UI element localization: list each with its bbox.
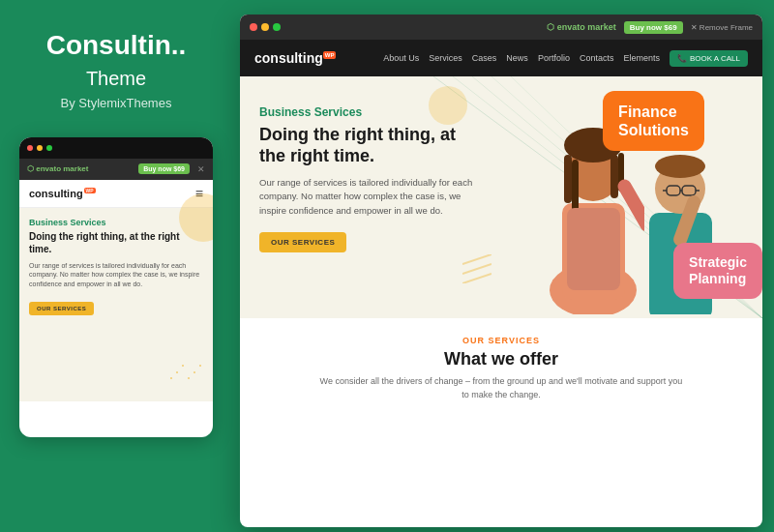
desktop-top-bar: ⬡ envato market Buy now $69 ✕ Remove Fra…: [240, 15, 762, 40]
desktop-site-nav: consultingWP About Us Services Cases New…: [240, 40, 762, 76]
desktop-nav-links: About Us Services Cases News Portfolio C…: [383, 50, 748, 67]
mobile-business-label: Business Services: [29, 218, 203, 227]
desktop-dot-red: [250, 23, 257, 31]
mobile-body-text: Our range of services is tailored indivi…: [29, 261, 203, 289]
mobile-deco-lines: ⋰⋰: [168, 361, 203, 382]
nav-services[interactable]: Services: [429, 53, 462, 63]
mobile-dot-green: [46, 145, 52, 151]
book-call-button[interactable]: 📞 BOOK A CALL: [670, 50, 748, 67]
nav-cases[interactable]: Cases: [472, 53, 497, 63]
svg-rect-13: [572, 160, 579, 213]
mobile-envato-icon: ⬡: [27, 164, 34, 173]
mobile-top-bar: [19, 137, 213, 159]
mobile-headline: Doing the right thing, at the right time…: [29, 230, 203, 255]
left-panel: Consultin.. Theme By StylemixThemes ⬡ en…: [0, 0, 232, 532]
desktop-hero: Business Services Doing the right thing,…: [240, 76, 762, 318]
mobile-buy-button[interactable]: Buy now $69: [138, 163, 190, 174]
desktop-site-logo: consultingWP: [254, 50, 336, 66]
mobile-dot-yellow: [37, 145, 43, 151]
hero-headline: Doing the right thing, at the right time…: [259, 125, 482, 166]
svg-rect-14: [610, 155, 618, 198]
desktop-envato-logo: ⬡ envato market: [547, 22, 616, 32]
mobile-envato-logo: ⬡ envato market: [27, 164, 88, 173]
hero-body-text: Our range of services is tailored indivi…: [259, 176, 482, 218]
hero-business-label: Business Services: [259, 105, 482, 119]
desktop-dot-yellow: [261, 23, 269, 31]
mobile-dot-red: [27, 145, 33, 151]
mobile-close-icon[interactable]: ✕: [197, 164, 205, 174]
desktop-remove-link[interactable]: ✕ Remove Frame: [691, 23, 753, 32]
nav-about[interactable]: About Us: [383, 53, 419, 63]
what-we-offer-heading: What we offer: [259, 349, 743, 369]
strategic-planning-bubble: Strategic Planning: [673, 243, 762, 299]
desktop-buy-button[interactable]: Buy now $69: [624, 21, 683, 34]
svg-point-25: [655, 155, 705, 178]
desktop-dot-green: [273, 23, 281, 31]
svg-rect-17: [567, 208, 620, 290]
mobile-logo: consultingWP: [29, 188, 96, 199]
desktop-mockup: ⬡ envato market Buy now $69 ✕ Remove Fra…: [240, 15, 762, 527]
what-we-offer-description: We consider all the drivers of change – …: [317, 375, 685, 401]
nav-contacts[interactable]: Contacts: [580, 53, 614, 63]
mobile-services-button[interactable]: OUR SERVICES: [29, 302, 94, 315]
desktop-below-section: OUR SERVICES What we offer We consider a…: [240, 318, 762, 419]
theme-title: Consultin..: [46, 29, 187, 62]
our-services-label: OUR SERVICES: [259, 336, 743, 345]
nav-portfolio[interactable]: Portfolio: [538, 53, 570, 63]
mobile-hero: Business Services Doing the right thing,…: [19, 208, 213, 401]
desktop-dots: [250, 23, 281, 31]
svg-rect-12: [564, 155, 572, 203]
envato-icon: ⬡: [547, 22, 557, 32]
desktop-envato-bar: ⬡ envato market Buy now $69 ✕ Remove Fra…: [547, 21, 753, 34]
mobile-envato-bar: ⬡ envato market Buy now $69 ✕: [19, 159, 213, 180]
nav-news[interactable]: News: [506, 53, 528, 63]
mobile-mockup: ⬡ envato market Buy now $69 ✕ consulting…: [19, 137, 213, 437]
theme-subtitle: Theme: [86, 68, 146, 90]
theme-author: By StylemixThemes: [61, 96, 172, 110]
mobile-dots: [27, 145, 52, 151]
finance-solutions-bubble: Finance Solutions: [603, 91, 704, 151]
phone-icon: 📞: [677, 54, 687, 63]
hero-services-button[interactable]: OUR SERVICES: [259, 232, 346, 252]
hero-left-content: Business Services Doing the right thing,…: [240, 76, 501, 318]
hero-right-content: Finance Solutions: [501, 76, 762, 318]
nav-elements[interactable]: Elements: [623, 53, 660, 63]
